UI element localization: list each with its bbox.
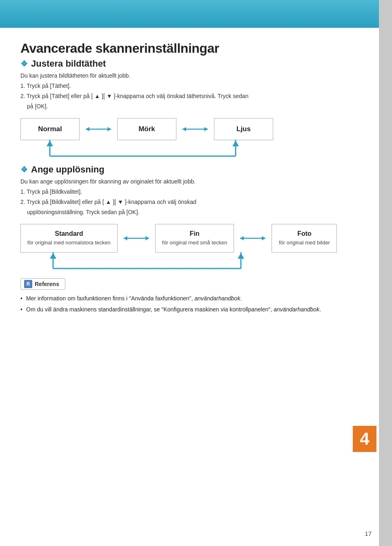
density-diagram: Normal Mörk Ljus — [20, 118, 368, 159]
reference-box: R Referens — [20, 278, 65, 290]
svg-marker-21 — [238, 253, 244, 259]
reference-bullets: Mer information om faxfunktionen finns i… — [20, 294, 368, 314]
page-title: Avancerade skannerinställningar — [20, 41, 368, 56]
svg-marker-16 — [262, 236, 266, 241]
reference-icon: R — [24, 280, 32, 288]
page-number: 17 — [365, 530, 372, 537]
density-bottom-line — [20, 140, 368, 159]
right-side-bar — [379, 0, 392, 546]
section1-title: Justera bildtäthet — [31, 58, 106, 69]
density-box-mork: Mörk — [117, 118, 176, 140]
section1-step2b: på [OK]. — [20, 102, 368, 111]
section1-desc1: Du kan justera bildtätheten för aktuellt… — [20, 72, 368, 80]
resolution-bottom-line — [20, 252, 368, 272]
section2-step1: 1. Tryck på [Bildkvalitet]. — [20, 188, 368, 196]
reference-section: R Referens Mer information om faxfunktio… — [20, 278, 368, 314]
arrow-mork-ljus — [176, 123, 214, 136]
svg-marker-1 — [86, 127, 89, 132]
density-box-normal: Normal — [20, 118, 80, 140]
resolution-standard-desc: för original med normalstora tecken — [27, 239, 111, 246]
section2-step2b: upplösningsinställning. Tryck sedan på [… — [20, 208, 368, 217]
section2-title: Ange upplösning — [31, 164, 105, 175]
resolution-diagram: Standard för original med normalstora te… — [20, 224, 368, 272]
svg-marker-5 — [204, 127, 208, 132]
section2-step2: 2. Tryck på [Bildkvalitet] eller på [ ▲ … — [20, 198, 368, 206]
reference-label: Referens — [35, 281, 59, 287]
arrow-normal-mork — [80, 123, 117, 136]
resolution-foto-title: Foto — [278, 230, 330, 237]
resolution-fin-desc: för original med små tecken — [162, 239, 227, 246]
svg-marker-9 — [47, 141, 53, 146]
section2-heading: ❖ Ange upplösning — [20, 164, 368, 175]
diamond-icon-2: ❖ — [20, 165, 28, 175]
svg-marker-12 — [124, 236, 127, 241]
arrow-standard-fin — [118, 232, 155, 245]
resolution-box-fin: Fin för original med små tecken — [155, 224, 234, 253]
density-box-row: Normal Mörk Ljus — [20, 118, 368, 140]
section1-step2: 2. Tryck på [Täthet] eller på [ ▲ ][ ▼ ]… — [20, 92, 368, 101]
resolution-standard-title: Standard — [27, 230, 111, 237]
svg-marker-13 — [145, 236, 149, 241]
top-decorative-bar — [0, 0, 392, 28]
section1-step1: 1. Tryck på [Täthet]. — [20, 82, 368, 90]
main-content: Avancerade skannerinställningar ❖ Juster… — [20, 41, 368, 530]
reference-bullet-2: Om du vill ändra maskinens standardinstä… — [20, 305, 368, 314]
svg-marker-15 — [240, 236, 244, 241]
svg-marker-20 — [50, 253, 56, 259]
resolution-foto-desc: för original med bilder — [278, 239, 330, 246]
resolution-box-standard: Standard för original med normalstora te… — [20, 224, 118, 253]
resolution-fin-title: Fin — [162, 230, 227, 237]
diamond-icon-1: ❖ — [20, 59, 28, 69]
reference-bullet-1: Mer information om faxfunktionen finns i… — [20, 294, 368, 303]
density-box-ljus: Ljus — [214, 118, 273, 140]
svg-marker-10 — [232, 141, 239, 146]
svg-marker-2 — [107, 127, 111, 132]
resolution-box-foto: Foto för original med bilder — [272, 224, 337, 253]
section2-desc1: Du kan ange upplösningen för skanning av… — [20, 177, 368, 186]
arrow-fin-foto — [234, 232, 272, 245]
resolution-box-row: Standard för original med normalstora te… — [20, 224, 368, 253]
svg-marker-4 — [183, 127, 186, 132]
section1-heading: ❖ Justera bildtäthet — [20, 58, 368, 69]
